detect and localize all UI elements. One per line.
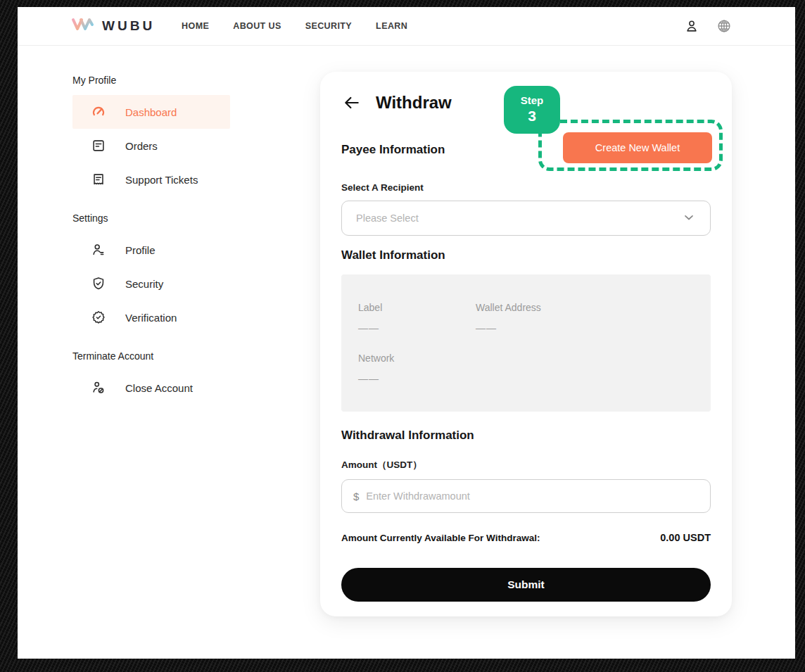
sidebar-item-security[interactable]: Security	[72, 267, 230, 300]
amount-usdt-label: Amount（USDT）	[341, 459, 711, 471]
page: WUBU HOME ABOUT US SECURITY LEARN	[18, 7, 795, 659]
sidebar-item-label: Orders	[125, 140, 158, 152]
withdraw-card: Withdraw Step 3 Create New Wallet Payee …	[320, 72, 732, 616]
wallet-field-label: Label ——	[358, 302, 476, 334]
sidebar-item-label: Security	[125, 278, 163, 290]
sidebar-item-verification[interactable]: Verification	[72, 300, 230, 334]
recipient-select-placeholder: Please Select	[356, 213, 419, 224]
orders-document-icon	[91, 138, 106, 153]
person-block-icon	[91, 380, 106, 395]
user-icon[interactable]	[684, 18, 699, 34]
nav-link-home[interactable]: HOME	[182, 21, 209, 31]
field-value: ——	[358, 373, 476, 384]
sidebar-item-close-account[interactable]: Close Account	[72, 371, 230, 405]
amount-input-wrap: $	[341, 479, 711, 513]
sidebar-item-label: Close Account	[125, 382, 193, 394]
wallet-field-network: Network ——	[358, 353, 476, 384]
recipient-select[interactable]: Please Select	[341, 201, 711, 236]
account-sidebar: My Profile Dashboard	[18, 46, 320, 659]
step-badge-label: Step	[521, 94, 544, 108]
wallet-info-box: Label —— Wallet Address —— Network ——	[341, 274, 711, 412]
globe-icon[interactable]	[716, 18, 732, 34]
page-title: Withdraw	[376, 93, 452, 113]
dashboard-gauge-icon	[91, 104, 106, 120]
sidebar-section-settings: Settings	[72, 213, 320, 224]
badge-check-icon	[91, 310, 106, 325]
field-value: ——	[476, 322, 694, 334]
step-badge: Step 3	[504, 86, 560, 134]
withdraw-amount-input[interactable]	[366, 490, 699, 502]
navbar-right	[684, 18, 732, 34]
sidebar-item-orders[interactable]: Orders	[72, 129, 230, 163]
field-label: Label	[358, 302, 476, 313]
nav-link-learn[interactable]: LEARN	[376, 21, 407, 31]
top-navbar: WUBU HOME ABOUT US SECURITY LEARN	[18, 7, 795, 46]
step-badge-number: 3	[528, 107, 536, 125]
nav-link-about-us[interactable]: ABOUT US	[233, 21, 281, 31]
sidebar-item-label: Dashboard	[125, 106, 177, 118]
ticket-icon	[91, 172, 106, 187]
field-label: Network	[358, 353, 476, 364]
available-amount-row: Amount Currently Available For Withdrawa…	[341, 532, 711, 543]
available-amount-value: 0.00 USDT	[660, 532, 711, 543]
nav-links: HOME ABOUT US SECURITY LEARN	[182, 21, 407, 31]
profile-person-icon	[91, 242, 106, 258]
wallet-fields-grid: Label —— Wallet Address —— Network ——	[358, 302, 694, 384]
sidebar-item-profile[interactable]: Profile	[72, 233, 230, 267]
withdrawal-information-heading: Withdrawal Information	[341, 429, 711, 443]
sidebar-item-label: Profile	[125, 244, 156, 256]
available-amount-label: Amount Currently Available For Withdrawa…	[341, 533, 540, 543]
nav-link-security[interactable]: SECURITY	[305, 21, 352, 31]
sidebar-item-dashboard[interactable]: Dashboard	[72, 95, 230, 129]
sidebar-section-terminate-account: Terminate Account	[72, 350, 320, 362]
wubu-logo-icon	[70, 15, 96, 37]
chevron-down-icon	[682, 210, 696, 227]
content-area: My Profile Dashboard	[18, 46, 795, 659]
field-value: ——	[358, 322, 476, 334]
wubu-logo-text: WUBU	[102, 18, 155, 34]
wubu-logo[interactable]: WUBU	[70, 15, 155, 37]
wallet-field-address: Wallet Address ——	[476, 302, 694, 334]
field-label: Wallet Address	[476, 302, 694, 313]
create-new-wallet-button[interactable]: Create New Wallet	[563, 132, 712, 163]
wallet-information-heading: Wallet Information	[341, 248, 711, 262]
sidebar-item-label: Support Tickets	[125, 174, 198, 186]
back-arrow-icon[interactable]	[343, 94, 361, 112]
sidebar-item-label: Verification	[125, 312, 177, 324]
select-recipient-label: Select A Recipient	[341, 182, 711, 193]
submit-button[interactable]: Submit	[341, 568, 711, 602]
sidebar-section-my-profile: My Profile	[72, 75, 320, 86]
dollar-symbol: $	[353, 490, 359, 502]
sidebar-item-support-tickets[interactable]: Support Tickets	[72, 163, 230, 196]
shield-check-icon	[91, 276, 106, 291]
